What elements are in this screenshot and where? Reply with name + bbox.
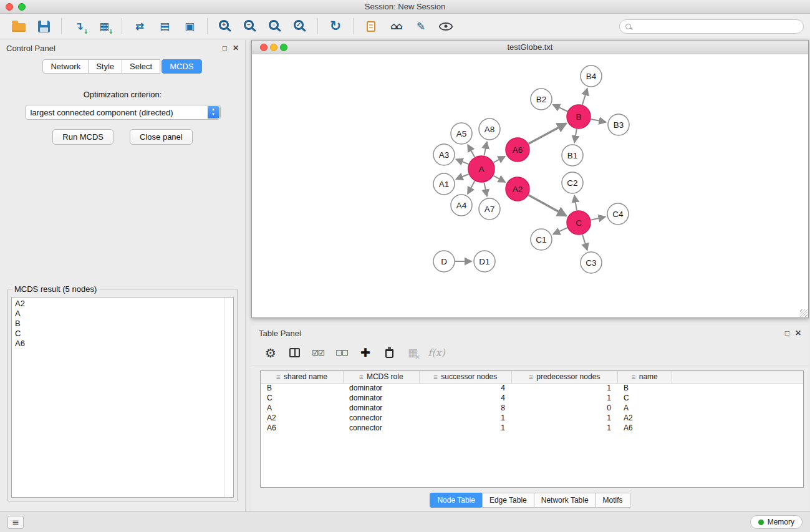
float-panel-icon[interactable]: □: [223, 44, 227, 52]
node-A2[interactable]: A2: [506, 177, 529, 201]
node-B1[interactable]: B1: [562, 145, 583, 166]
column-header-successor-nodes[interactable]: ≣successor nodes: [419, 371, 511, 383]
criterion-select[interactable]: largest connected component (directed) ▲…: [25, 105, 221, 120]
edge-C-C2[interactable]: [574, 196, 577, 211]
node-C3[interactable]: C3: [581, 252, 602, 273]
node-B2[interactable]: B2: [531, 89, 552, 110]
search-input[interactable]: [635, 22, 798, 31]
edge-A2-C[interactable]: [529, 195, 566, 216]
memory-button[interactable]: Memory: [750, 515, 803, 529]
mcds-result-item[interactable]: A: [15, 309, 233, 319]
edge-A-A1[interactable]: [456, 174, 469, 179]
node-A[interactable]: A: [468, 156, 494, 182]
tab-node-table[interactable]: Node Table: [430, 493, 483, 508]
zoom-fit-icon[interactable]: ▫: [263, 16, 287, 37]
tab-motifs[interactable]: Motifs: [595, 493, 630, 508]
edge-B-B1[interactable]: [574, 129, 577, 143]
table-row[interactable]: Cdominator41C: [261, 393, 803, 403]
edge-B-B3[interactable]: [591, 119, 606, 122]
zoom-in-icon[interactable]: +: [213, 16, 238, 37]
select-all-rows-icon[interactable]: ☑☑: [307, 344, 329, 362]
tab-style[interactable]: Style: [88, 59, 122, 74]
node-A5[interactable]: A5: [451, 123, 472, 144]
close-table-panel-icon[interactable]: ✕: [795, 329, 801, 337]
node-C1[interactable]: C1: [531, 229, 552, 250]
zoom-window-button[interactable]: [18, 3, 26, 11]
show-hide-icon[interactable]: [433, 16, 458, 37]
edge-C-C4[interactable]: [591, 217, 605, 220]
network-zoom-button[interactable]: [280, 44, 287, 51]
mcds-result-item[interactable]: B: [15, 319, 233, 329]
column-header-MCDS-role[interactable]: ≣MCDS role: [343, 371, 419, 383]
tab-network[interactable]: Network: [42, 59, 89, 74]
new-table-icon[interactable]: ▤: [152, 16, 177, 37]
edge-A-A8[interactable]: [484, 142, 486, 156]
edge-B-B4[interactable]: [582, 89, 587, 105]
open-session-icon[interactable]: [6, 16, 31, 37]
mcds-result-list[interactable]: A2ABCA6: [11, 297, 234, 498]
node-D1[interactable]: D1: [474, 251, 495, 272]
close-panel-icon[interactable]: ✕: [233, 44, 239, 52]
node-D[interactable]: D: [433, 251, 455, 272]
import-table-icon[interactable]: ▦↓: [92, 16, 117, 37]
column-header-name[interactable]: ≣name: [617, 371, 672, 383]
edge-A-A6[interactable]: [493, 157, 504, 163]
edge-A6-B[interactable]: [529, 123, 566, 144]
edge-C-C3[interactable]: [582, 235, 587, 250]
search-box[interactable]: [619, 19, 804, 34]
node-B4[interactable]: B4: [581, 65, 602, 87]
style-brush-icon[interactable]: ✎: [408, 16, 433, 37]
tab-mcds[interactable]: MCDS: [162, 59, 201, 74]
mcds-result-item[interactable]: A6: [15, 339, 233, 349]
node-B3[interactable]: B3: [608, 114, 629, 135]
first-neighbors-icon[interactable]: [359, 16, 383, 37]
network-close-button[interactable]: [260, 44, 268, 51]
edge-B-B2[interactable]: [553, 105, 567, 112]
run-mcds-button[interactable]: Run MCDS: [52, 129, 113, 145]
float-table-panel-icon[interactable]: □: [785, 329, 789, 337]
node-A7[interactable]: A7: [479, 198, 500, 220]
save-session-icon[interactable]: [31, 16, 56, 37]
table-row[interactable]: Bdominator41B: [261, 383, 803, 393]
export-image-icon[interactable]: ▣: [177, 16, 202, 37]
node-B[interactable]: B: [567, 105, 591, 128]
node-A6[interactable]: A6: [506, 138, 529, 162]
mcds-result-item[interactable]: C: [15, 329, 233, 339]
home-view-icon[interactable]: ⌂⌂: [383, 16, 408, 37]
table-settings-icon[interactable]: ⚙: [260, 344, 281, 362]
delete-table-icon[interactable]: ▦✕: [402, 344, 423, 362]
close-panel-button[interactable]: Close panel: [130, 129, 193, 145]
table-row[interactable]: Adominator80A: [261, 403, 803, 413]
column-header-predecessor-nodes[interactable]: ≣predecessor nodes: [511, 371, 617, 383]
table-row[interactable]: A2connector11A2: [261, 413, 803, 423]
column-header-shared-name[interactable]: ≣shared name: [261, 371, 343, 383]
edge-A-A2[interactable]: [493, 176, 505, 182]
tab-edge-table[interactable]: Edge Table: [482, 493, 534, 508]
fx-icon[interactable]: f(x): [426, 344, 447, 362]
zoom-out-icon[interactable]: −: [238, 16, 263, 37]
network-canvas[interactable]: B4B2BB3A8A5A6B1A3AC2A1A2A4A7C4CC1C3DD1: [252, 54, 808, 317]
deselect-all-rows-icon[interactable]: ☐☐: [331, 344, 352, 362]
import-network-icon[interactable]: ↴↓: [67, 16, 92, 37]
edge-A-A7[interactable]: [484, 183, 486, 196]
node-C4[interactable]: C4: [607, 203, 629, 225]
tab-select[interactable]: Select: [122, 59, 160, 74]
edge-C-C1[interactable]: [553, 228, 567, 234]
network-minimize-button[interactable]: [270, 44, 277, 51]
status-menu-button[interactable]: ≡: [7, 516, 24, 529]
delete-rows-icon[interactable]: [378, 344, 400, 362]
table-row[interactable]: A6connector11A6: [261, 423, 803, 433]
tab-network-table[interactable]: Network Table: [534, 493, 596, 508]
resize-grip[interactable]: [800, 309, 808, 317]
add-row-icon[interactable]: ✚: [355, 344, 376, 362]
new-network-icon[interactable]: ⇄: [127, 16, 152, 37]
zoom-selected-icon[interactable]: ✓: [287, 16, 312, 37]
node-C[interactable]: C: [567, 211, 591, 235]
edge-A-A3[interactable]: [456, 160, 469, 165]
edge-A-A5[interactable]: [468, 145, 475, 157]
mcds-result-item[interactable]: A2: [15, 299, 233, 309]
edge-A-A4[interactable]: [468, 181, 475, 193]
node-A3[interactable]: A3: [433, 144, 455, 165]
show-columns-icon[interactable]: [284, 344, 305, 362]
node-C2[interactable]: C2: [562, 172, 583, 193]
